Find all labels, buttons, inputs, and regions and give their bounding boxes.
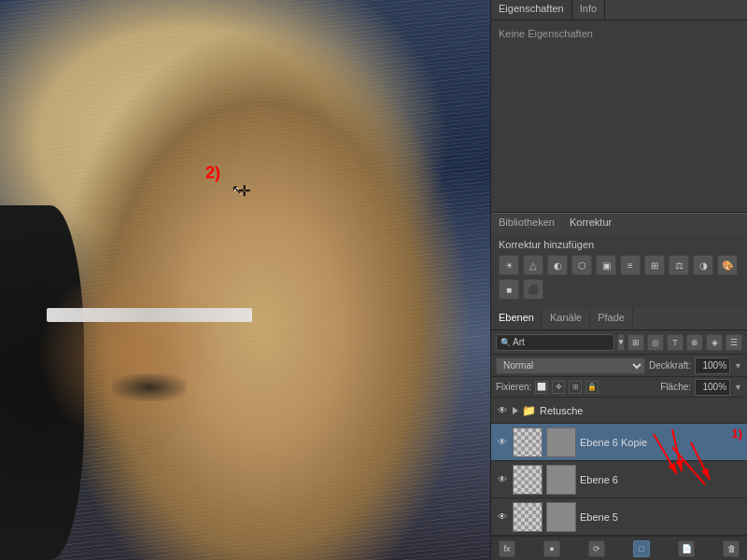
korrektur-curve-icon[interactable]: △ xyxy=(523,255,543,275)
lock-all-btn[interactable]: 🔒 xyxy=(585,381,599,394)
korrektur-label: Korrektur hinzufügen xyxy=(499,239,740,250)
korrektur-sun-icon[interactable]: ☀ xyxy=(499,255,519,275)
fill-arrow[interactable]: ▼ xyxy=(734,383,742,392)
layer-group-retusche[interactable]: 👁 📁 Retusche xyxy=(491,398,747,424)
lock-move-btn[interactable]: ✥ xyxy=(552,381,565,394)
blend-opacity-row: Normal Deckkraft: ▼ xyxy=(491,355,747,377)
opacity-arrow[interactable]: ▼ xyxy=(734,361,742,371)
new-group-icon[interactable]: ⊞ xyxy=(627,334,644,351)
layer-mask-ebene6 xyxy=(546,465,576,495)
korrektur-solid-icon[interactable]: ■ xyxy=(499,279,519,300)
korrektur-icons-row: ☀ △ ◐ ⬡ ▣ ≡ ⊞ ⚖ ◑ 🎨 xyxy=(499,255,740,275)
eye-icon-ebene5[interactable]: 👁 xyxy=(496,511,509,524)
layers-panel: Ebenen Kanäle Pfade 🔍 ▼ ⊞ ◎ T ⊗ ◈ ☰ xyxy=(491,308,747,560)
annotation-2-label: 2) xyxy=(205,163,220,182)
app-container: 2) ✛ ↖ Eigenschaften Info Keine Eigensch… xyxy=(0,0,747,560)
eye-icon-ebene6[interactable]: 👁 xyxy=(496,473,509,486)
face-area xyxy=(37,261,224,448)
text-icon[interactable]: T xyxy=(667,334,684,351)
search-dropdown-arrow[interactable]: ▼ xyxy=(617,334,625,351)
lock-label: Fixieren: xyxy=(496,382,531,392)
svg-line-0 xyxy=(691,442,710,480)
korrektur-photo-icon[interactable]: ◑ xyxy=(693,255,713,275)
new-group-btn[interactable]: □ xyxy=(633,540,650,557)
search-input[interactable] xyxy=(513,337,610,347)
smart-icon[interactable]: ⊗ xyxy=(686,334,703,351)
korrektur-pattern-icon[interactable]: ⬛ xyxy=(523,279,543,300)
blend-mode-select[interactable]: Normal xyxy=(496,357,645,374)
korrektur-mixer-icon[interactable]: 🎨 xyxy=(717,255,738,275)
tab-pfade[interactable]: Pfade xyxy=(590,308,633,329)
layer-name-retusche: Retusche xyxy=(540,405,742,416)
canvas-area[interactable]: 2) ✛ ↖ xyxy=(0,0,490,560)
effect-icon[interactable]: ◈ xyxy=(706,334,723,351)
tab-eigenschaften[interactable]: Eigenschaften xyxy=(491,0,572,20)
tab-kanaele[interactable]: Kanäle xyxy=(543,308,590,329)
korrektur-color-icon[interactable]: ▣ xyxy=(596,255,616,275)
layers-footer: fx ● ⟳ □ 📄 🗑 xyxy=(491,536,747,560)
search-box[interactable]: 🔍 xyxy=(496,334,614,351)
folder-icon-retusche: 📁 xyxy=(522,404,536,417)
search-dropdown-container: ▼ xyxy=(617,334,625,351)
new-fill-layer-btn[interactable]: ● xyxy=(543,540,560,557)
korrektur-exposure-icon[interactable]: ⬡ xyxy=(571,255,592,275)
korrektur-gradient-icon[interactable]: ⊞ xyxy=(644,255,665,275)
tab-bibliotheken[interactable]: Bibliotheken xyxy=(491,214,562,234)
properties-panel: Eigenschaften Info Keine Eigenschaften xyxy=(491,0,747,213)
mouse-cursor: ↖ xyxy=(232,182,243,197)
layer-thumb-ebene6 xyxy=(513,465,543,495)
search-icon: 🔍 xyxy=(500,338,511,347)
group-collapsed-arrow[interactable] xyxy=(513,407,518,414)
lock-pixel-btn[interactable]: ⬜ xyxy=(535,381,548,394)
layer-mask-ebene5 xyxy=(546,502,576,532)
layers-tabs: Ebenen Kanäle Pfade xyxy=(491,308,747,330)
korrektur-balance-icon[interactable]: ⚖ xyxy=(669,255,689,275)
eye-icon-retusche[interactable]: 👁 xyxy=(496,404,509,417)
no-properties-label: Keine Eigenschaften xyxy=(499,28,593,39)
right-panel: Eigenschaften Info Keine Eigenschaften B… xyxy=(490,0,747,560)
new-adjustment-layer-btn[interactable]: ⟳ xyxy=(588,540,605,557)
svg-line-1 xyxy=(672,447,705,484)
tab-korrektur[interactable]: Korrektur xyxy=(562,214,619,234)
korrektur-content: Korrektur hinzufügen ☀ △ ◐ ⬡ ▣ ≡ ⊞ ⚖ ◑ 🎨… xyxy=(491,234,747,308)
layer-name-ebene5: Ebene 5 xyxy=(580,511,742,523)
annotation-1-label: 1) xyxy=(731,427,742,441)
lock-fill-row: Fixieren: ⬜ ✥ ⊞ 🔒 Fläche: ▼ xyxy=(491,377,747,398)
canvas-annotation-2: 2) xyxy=(205,163,220,183)
fill-input[interactable] xyxy=(695,379,730,396)
korrektur-icons-row-2: ■ ⬛ xyxy=(499,279,740,300)
lock-artboard-btn[interactable]: ⊞ xyxy=(569,381,582,394)
layer-thumb-ebene5 xyxy=(513,502,543,532)
eye-area xyxy=(112,373,187,401)
opacity-label: Deckkraft: xyxy=(649,360,691,371)
new-layer-btn[interactable]: 📄 xyxy=(678,540,695,557)
fx-button[interactable]: fx xyxy=(499,540,515,557)
properties-panel-tabs: Eigenschaften Info xyxy=(491,0,747,21)
layers-search-toolbar: 🔍 ▼ ⊞ ◎ T ⊗ ◈ ☰ xyxy=(491,330,747,355)
tab-info[interactable]: Info xyxy=(572,0,605,20)
toggle-icon[interactable]: ☰ xyxy=(726,334,742,351)
layer-mask-ebene6kopie xyxy=(546,427,576,457)
red-arrows-svg xyxy=(635,442,728,508)
opacity-input[interactable] xyxy=(695,357,730,374)
korrektur-hsl-icon[interactable]: ≡ xyxy=(620,255,641,275)
korrektur-levels-icon[interactable]: ◐ xyxy=(547,255,568,275)
tab-ebenen[interactable]: Ebenen xyxy=(491,308,543,329)
bibliotheken-korrektur-panel: Bibliotheken Korrektur Korrektur hinzufü… xyxy=(491,213,747,308)
bibliotheken-tabs: Bibliotheken Korrektur xyxy=(491,214,747,234)
eye-icon-ebene6kopie[interactable]: 👁 xyxy=(496,436,509,449)
properties-content: Keine Eigenschaften xyxy=(491,21,747,198)
delete-layer-btn[interactable]: 🗑 xyxy=(723,540,740,557)
fill-label: Fläche: xyxy=(660,382,691,392)
layer-thumb-ebene6kopie xyxy=(513,427,543,457)
headband xyxy=(47,308,252,322)
filter-icon[interactable]: ◎ xyxy=(647,334,664,351)
